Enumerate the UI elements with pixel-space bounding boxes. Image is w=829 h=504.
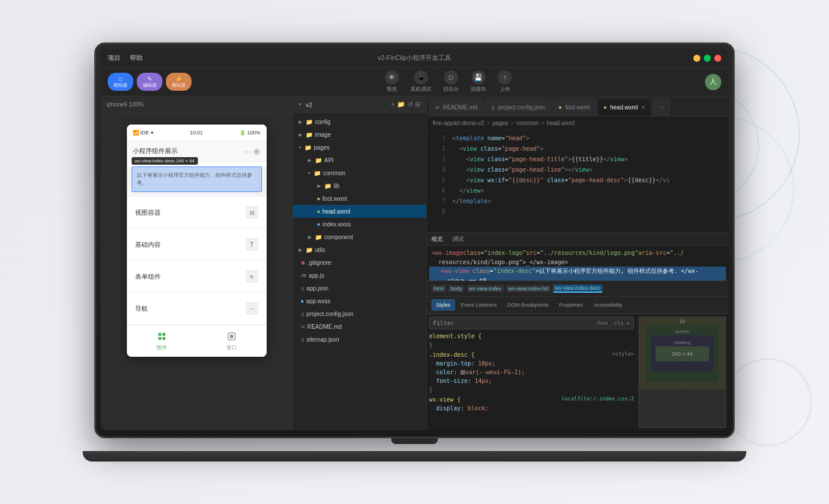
user-avatar[interactable]: 人 — [705, 74, 721, 90]
devtools-debug-tab[interactable]: 调试 — [452, 235, 464, 243]
color-val: var(--weui-FG-1); — [465, 369, 525, 375]
tree-app-wxss[interactable]: ■ app.wxss — [293, 294, 426, 307]
preview-button[interactable]: 👁 预览 — [385, 70, 399, 93]
styles-tab[interactable]: Styles — [431, 299, 455, 311]
tree-app-js[interactable]: JS app.js — [293, 269, 426, 282]
toolbar-center: 👁 预览 📱 真机调试 □ 切后台 — [196, 70, 700, 93]
el-tag-html[interactable]: html — [431, 285, 446, 292]
el-tag-body[interactable]: body — [448, 285, 465, 292]
config-chevron: ▶ — [299, 119, 302, 125]
html-tree[interactable]: <wx-image class="index-logo" src="../res… — [427, 246, 728, 281]
tree-sitemap[interactable]: {} sitemap.json — [293, 333, 426, 346]
code-content-4: <view class="page-head-line"></view> — [452, 166, 593, 173]
clear-cache-button[interactable]: 💾 清缓存 — [470, 70, 486, 93]
phone-tabbar: 组件 接口 — [127, 325, 267, 357]
el-tag-wx-view-index[interactable]: wx-view.index — [467, 285, 504, 292]
tree-common[interactable]: ▾ 📁 common — [293, 166, 426, 179]
close-button[interactable] — [714, 55, 721, 62]
tab-head-wxml-close[interactable]: × — [642, 104, 645, 111]
bm-content-size: 240 × 44 — [656, 346, 709, 361]
tree-lib[interactable]: ▶ 📁 lib — [293, 179, 426, 192]
list-item-3[interactable]: 表单组件 ≡ — [127, 261, 267, 293]
index-desc-source[interactable]: <style> — [612, 350, 634, 359]
api-chevron: ▶ — [308, 158, 311, 163]
simulator-button[interactable]: □ 模拟器 — [108, 73, 133, 91]
pages-folder-icon: 📁 — [304, 144, 311, 151]
readme-icon: M — [301, 324, 305, 329]
element-path-bar: html body wx-view.index wx-view.index-hd — [427, 281, 728, 297]
tab-component[interactable]: 组件 — [156, 331, 168, 352]
maximize-button[interactable] — [704, 55, 711, 62]
tab-foot-wxml[interactable]: ■ foot.wxml — [552, 98, 596, 116]
tree-api[interactable]: ▶ 📁 API — [293, 154, 426, 166]
time-display: 10:01 — [190, 130, 203, 136]
minimize-button[interactable] — [693, 55, 700, 62]
tab-readme[interactable]: M README.md — [429, 98, 484, 116]
element-highlight: wx-view.index-desc 240 × 44 以下将展示小程序官方组件… — [132, 166, 262, 192]
tab-project-config[interactable]: {} project.config.json — [485, 98, 551, 116]
breadcrumb-sep-2: > — [511, 120, 514, 126]
tree-foot-wxml[interactable]: ■ foot.wxml — [293, 192, 426, 205]
style-tabs-bar: Styles Event Listeners DOM Breakpoints P… — [427, 297, 728, 314]
el-tag-wx-view-index-hd[interactable]: wx-view.index-hd — [506, 285, 551, 292]
wx-view-source[interactable]: localfile:/.index.css:2 — [561, 395, 634, 404]
html-line-3[interactable]: <wx-view class="index-desc">以下将展示小程序官方组件… — [429, 267, 726, 276]
tree-head-wxml[interactable]: ■ head.wxml — [293, 205, 426, 218]
menu-help[interactable]: 帮助 — [130, 54, 143, 62]
list-item-2[interactable]: 基础内容 T — [127, 229, 267, 261]
el-tag-wx-view-index-desc[interactable]: wx-view.index-desc — [553, 285, 603, 293]
code-editor[interactable]: 1 <template name="head"> 2 <view class="… — [427, 130, 728, 232]
menu-project[interactable]: 项目 — [108, 54, 121, 62]
new-folder-icon[interactable]: 📁 — [397, 101, 405, 108]
list-item-icon-2: T — [246, 238, 258, 251]
tester-button[interactable]: ⚡ 测试器 — [166, 73, 192, 91]
background-button[interactable]: □ 切后台 — [443, 70, 459, 93]
tree-image[interactable]: ▶ 📁 image — [293, 128, 426, 141]
upload-button[interactable]: ↑ 上传 — [498, 70, 512, 93]
device-debug-icon: 📱 — [414, 70, 428, 84]
element-style-close: } — [429, 342, 433, 348]
tree-readme[interactable]: M README.md — [293, 320, 426, 333]
line-num-5: 5 — [429, 177, 445, 183]
tree-config[interactable]: ▶ 📁 config — [293, 115, 426, 128]
tree-utils[interactable]: ▶ 📁 utils — [293, 243, 426, 256]
laptop-body: 项目 帮助 v2-FinClip小程序开发工具 — [94, 42, 735, 438]
list-item-1[interactable]: 视图容器 ⊟ — [127, 197, 267, 229]
device-panel: iphone6 100% 📶 IDE ▾ 10:01 🔋 100% — [101, 97, 293, 430]
editor-icon: ✎ — [147, 75, 152, 83]
collapse-icon[interactable]: ⊟ — [415, 101, 420, 108]
signal-icon: 📶 IDE ▾ — [133, 130, 154, 136]
phone-menu-icon[interactable]: ··· ⊕ — [245, 147, 261, 156]
simulator-icon: □ — [119, 75, 122, 83]
laptop-notch — [391, 438, 438, 444]
device-debug-button[interactable]: 📱 真机调试 — [410, 70, 431, 93]
list-item-4[interactable]: 导航 ··· — [127, 293, 267, 325]
dom-breakpoints-tab[interactable]: DOM Breakpoints — [503, 299, 554, 311]
tab-more-icon: ··· — [659, 104, 664, 111]
refresh-icon[interactable]: ↺ — [408, 101, 413, 108]
tab-interface[interactable]: 接口 — [226, 331, 238, 352]
list-item-icon-1: ⊟ — [246, 206, 258, 219]
tree-gitignore[interactable]: ◉ .gitignore — [293, 256, 426, 269]
tab-more[interactable]: ··· — [653, 98, 670, 116]
app-js-icon: JS — [301, 273, 306, 278]
selected-element: 以下将展示小程序官方组件能力，组件样式仅供参考。 — [132, 166, 262, 192]
new-file-icon[interactable]: + — [391, 101, 395, 108]
style-filter[interactable]: Filter :hov .cls + — [429, 317, 634, 329]
svg-rect-5 — [230, 335, 233, 338]
editor-button[interactable]: ✎ 编辑器 — [137, 73, 162, 91]
pages-label: pages — [314, 144, 330, 151]
tree-project-config[interactable]: {} project.config.json — [293, 307, 426, 320]
clear-cache-icon: 💾 — [472, 70, 486, 84]
element-style-selector: element.style { — [429, 333, 481, 339]
tab-head-wxml[interactable]: ■ head.wxml × — [597, 98, 651, 116]
tree-app-json[interactable]: {} app.json — [293, 282, 426, 294]
tree-index-wxss[interactable]: ■ index.wxss — [293, 218, 426, 230]
event-listeners-tab[interactable]: Event Listeners — [456, 299, 502, 311]
tree-component[interactable]: ▶ 📁 component — [293, 230, 426, 243]
properties-tab[interactable]: Properties — [555, 299, 588, 311]
tree-pages[interactable]: ▾ 📁 pages — [293, 141, 426, 154]
devtools-overview-tab[interactable]: 概览 — [431, 235, 443, 243]
laptop-base — [83, 451, 746, 462]
accessibility-tab[interactable]: Accessibility — [589, 299, 627, 311]
